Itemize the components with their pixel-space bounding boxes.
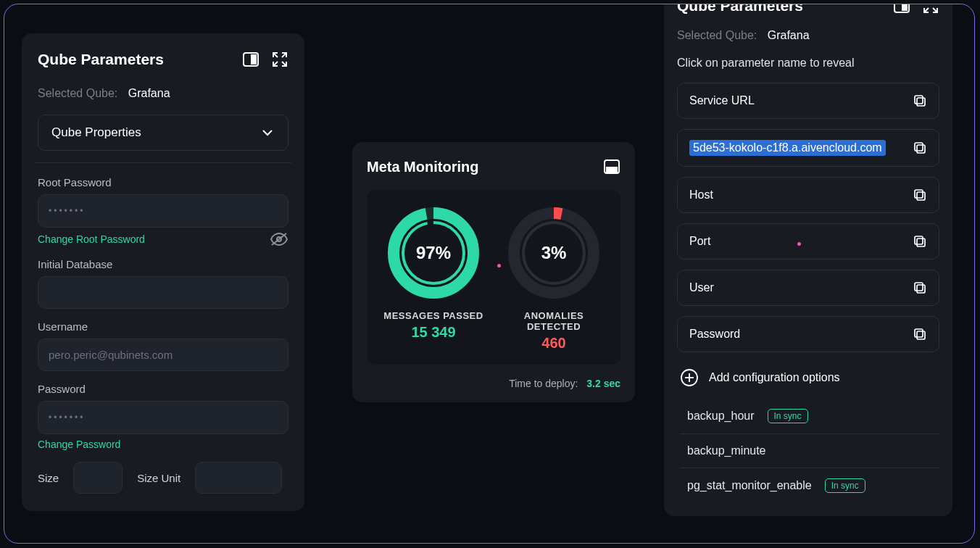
svg-rect-1 [251,54,257,65]
username-field[interactable] [38,339,288,371]
messages-passed-percent: 97% [386,206,481,300]
time-to-deploy-label: Time to deploy: [509,378,578,389]
decorative-dot [497,264,501,267]
qube-parameters-panel-left: Qube Parameters Selected Qube: Grafana Q… [22,33,304,511]
decorative-dot [797,242,801,246]
svg-rect-24 [917,331,925,339]
chevron-down-icon [260,125,275,140]
size-unit-field[interactable] [195,462,282,494]
svg-rect-13 [902,4,908,11]
svg-rect-21 [915,236,923,244]
plus-circle-icon [680,368,699,387]
size-label: Size [38,472,59,484]
svg-rect-18 [917,192,925,200]
panel-title: Qube Parameters [677,4,803,14]
param-label: Service URL [689,94,755,107]
svg-rect-20 [917,238,925,246]
change-password-link[interactable]: Change Password [38,439,288,450]
svg-rect-19 [915,190,923,198]
sync-badge: In sync [825,478,865,493]
time-to-deploy-value: 3.2 sec [586,378,620,389]
svg-rect-16 [917,145,925,153]
svg-rect-15 [915,96,923,104]
root-password-label: Root Password [38,176,288,188]
copy-icon[interactable] [913,188,927,202]
password-label: Password [38,383,288,395]
copy-icon[interactable] [913,234,927,249]
config-name: backup_hour [687,410,755,423]
config-item-backup-minute[interactable]: backup_minute [680,434,939,468]
window-mode-icon[interactable] [603,158,620,175]
add-config-label: Add configuration options [709,371,840,384]
svg-rect-22 [917,285,925,293]
initial-database-label: Initial Database [38,258,288,270]
param-service-url-value[interactable]: 5de53-kokolo-c1f8.a.aivencloud.com [677,129,939,167]
qube-properties-dropdown[interactable]: Qube Properties [38,115,288,151]
config-item-backup-hour[interactable]: backup_hour In sync [680,399,939,434]
change-root-password-link[interactable]: Change Root Password [38,233,145,245]
expand-icon[interactable] [271,51,288,68]
selected-qube-value: Grafana [128,87,170,99]
svg-rect-23 [915,283,923,291]
param-service-url[interactable]: Service URL [677,83,939,119]
copy-icon[interactable] [913,141,927,155]
config-item-pg-stat-monitor[interactable]: pg_stat_monitor_enable In sync [680,468,939,503]
reveal-hint: Click on parameter name to reveal [677,57,939,70]
svg-rect-14 [917,98,925,106]
username-label: Username [38,320,288,333]
eye-off-icon[interactable] [270,232,288,246]
param-port[interactable]: Port [677,223,939,260]
param-password[interactable]: Password [677,316,939,352]
anomalies-label: ANOMALIES DETECTED [497,310,610,332]
selected-qube-value: Grafana [768,29,810,41]
param-label: Host [689,188,713,202]
sync-badge: In sync [768,409,808,423]
param-label: User [689,281,714,294]
meta-monitoring-panel: Meta Monitoring 97% MESSAGES PASSED 15 3… [352,142,635,402]
password-field[interactable]: ••••••• [38,401,288,434]
messages-passed-value: 15 349 [377,324,490,341]
meta-monitoring-title: Meta Monitoring [367,159,478,175]
window-mode-icon[interactable] [242,51,259,68]
size-unit-label: Size Unit [137,472,180,484]
param-user[interactable]: User [677,270,939,306]
qube-parameters-panel-right: Qube Parameters Selected Qube: Grafana C… [664,4,952,516]
config-name: pg_stat_monitor_enable [687,479,812,492]
copy-icon[interactable] [913,94,927,108]
copy-icon[interactable] [913,327,927,341]
messages-passed-label: MESSAGES PASSED [377,310,490,321]
panel-title: Qube Parameters [38,51,164,68]
initial-database-field[interactable] [38,276,288,309]
expand-icon[interactable] [922,4,939,14]
anomalies-percent: 3% [507,206,601,300]
selected-qube-label: Selected Qube: [677,29,757,41]
dropdown-label: Qube Properties [51,125,141,140]
param-host[interactable]: Host [677,177,939,213]
root-password-field[interactable]: ••••••• [38,194,288,228]
anomalies-value: 460 [497,335,610,352]
config-name: backup_minute [687,444,766,457]
param-label: Port [689,235,710,248]
param-label: Password [689,328,740,341]
svg-rect-25 [915,329,923,337]
selected-qube-label: Selected Qube: [38,87,117,99]
svg-rect-17 [915,143,923,151]
service-url-value: 5de53-kokolo-c1f8.a.aivencloud.com [689,140,886,156]
copy-icon[interactable] [913,281,927,295]
add-config-button[interactable]: Add configuration options [680,368,939,387]
svg-rect-5 [606,167,618,173]
size-field[interactable] [73,462,122,494]
window-mode-icon[interactable] [893,4,910,14]
